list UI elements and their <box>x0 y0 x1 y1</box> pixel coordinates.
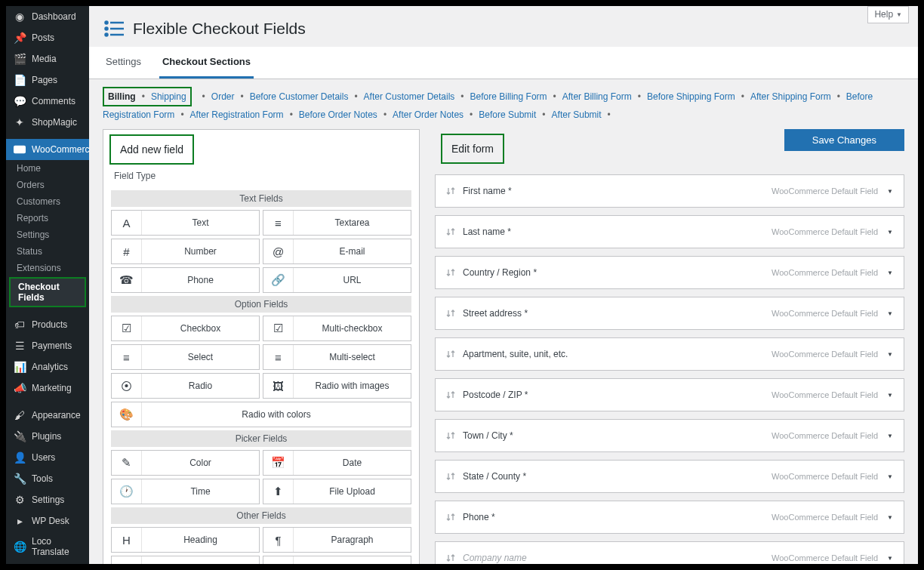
subtab-before-customer-details[interactable]: Before Customer Details <box>250 91 349 102</box>
sidebar-item-woocommerce[interactable]: WooCommerce <box>6 139 89 160</box>
subtab-after-submit[interactable]: After Submit <box>552 109 602 120</box>
expand-icon[interactable]: ▼ <box>887 229 893 236</box>
sidebar-item-wp-desk[interactable]: ▸ WP Desk <box>6 510 89 531</box>
subtab-before-submit[interactable]: Before Submit <box>479 109 536 120</box>
sidebar-sub-orders[interactable]: Orders <box>6 177 89 193</box>
field-type-multi-select[interactable]: ≡ Multi-select <box>263 344 411 370</box>
save-changes-button[interactable]: Save Changes <box>784 129 904 151</box>
sidebar-item-marketing[interactable]: 📣 Marketing <box>6 377 89 399</box>
field-type-multi-checkbox[interactable]: ☑ Multi-checkbox <box>263 316 411 341</box>
form-field-row[interactable]: Street address * WooCommerce Default Fie… <box>435 297 904 330</box>
sort-icon[interactable] <box>446 186 455 196</box>
subtab-shipping[interactable]: Shipping <box>151 91 186 102</box>
subtab-after-registration-form[interactable]: After Registration Form <box>190 109 284 120</box>
field-type-number[interactable]: # Number <box>111 239 260 264</box>
sidebar-item-settings[interactable]: ⚙ Settings <box>6 489 89 510</box>
field-tag: WooCommerce Default Field <box>772 513 878 522</box>
field-type-time[interactable]: 🕐 Time <box>111 479 260 504</box>
sidebar-item-appearance[interactable]: 🖌 Appearance <box>6 405 89 426</box>
sidebar-sub-home[interactable]: Home <box>6 160 89 177</box>
sort-icon[interactable] <box>446 553 455 563</box>
subtab-billing[interactable]: Billing <box>108 91 136 102</box>
sidebar-item-dashboard[interactable]: ◉ Dashboard <box>6 6 89 27</box>
sidebar-sub-customers[interactable]: Customers <box>6 193 89 210</box>
expand-icon[interactable]: ▼ <box>887 555 893 562</box>
sidebar-sub-extensions[interactable]: Extensions <box>6 260 89 276</box>
form-field-row[interactable]: Postcode / ZIP * WooCommerce Default Fie… <box>435 378 904 411</box>
field-type-radio-with-images[interactable]: 🖼 Radio with images <box>263 373 411 399</box>
sidebar-item-pages[interactable]: 📄 Pages <box>6 69 89 91</box>
select-icon: ≡ <box>112 345 142 369</box>
help-tab[interactable]: Help ▼ <box>867 6 909 23</box>
sidebar-sub-reports[interactable]: Reports <box>6 210 89 226</box>
form-field-row[interactable]: Country / Region * WooCommerce Default F… <box>435 256 904 289</box>
field-type-text[interactable]: A Text <box>111 210 260 236</box>
sidebar-sub-status[interactable]: Status <box>6 243 89 260</box>
expand-icon[interactable]: ▼ <box>887 270 893 276</box>
field-type-radio[interactable]: ⦿ Radio <box>111 373 260 399</box>
tab-settings[interactable]: Settings <box>103 47 144 79</box>
sort-icon[interactable] <box>446 390 455 400</box>
expand-icon[interactable]: ▼ <box>887 351 893 358</box>
sort-icon[interactable] <box>446 471 455 482</box>
expand-icon[interactable]: ▼ <box>887 514 893 521</box>
subtab-before-order-notes[interactable]: Before Order Notes <box>299 109 377 120</box>
expand-icon[interactable]: ▼ <box>887 473 893 480</box>
field-type-paragraph[interactable]: ¶ Paragraph <box>263 527 411 553</box>
sidebar-item-collapse-menu[interactable]: ◀ Collapse menu <box>6 562 89 564</box>
sidebar-sub-settings[interactable]: Settings <box>6 226 89 243</box>
field-type-e-mail[interactable]: @ E-mail <box>263 239 411 264</box>
sidebar-item-plugins[interactable]: 🔌 Plugins <box>6 426 89 447</box>
field-type-phone[interactable]: ☎ Phone <box>111 267 260 293</box>
subtab-before-shipping-form[interactable]: Before Shipping Form <box>647 91 735 102</box>
form-field-row[interactable]: Last name * WooCommerce Default Field ▼ <box>435 215 904 248</box>
field-type-textarea[interactable]: ≡ Textarea <box>263 210 411 236</box>
form-field-row[interactable]: Phone * WooCommerce Default Field ▼ <box>435 501 904 534</box>
sort-icon[interactable] <box>446 308 455 319</box>
sidebar-item-analytics[interactable]: 📊 Analytics <box>6 356 89 377</box>
sidebar-item-posts[interactable]: 📌 Posts <box>6 27 89 48</box>
sort-icon[interactable] <box>446 512 455 522</box>
subtab-after-customer-details[interactable]: After Customer Details <box>364 91 455 102</box>
form-field-row[interactable]: State / County * WooCommerce Default Fie… <box>435 460 904 493</box>
field-type-image[interactable]: 🖼 Image <box>111 556 260 564</box>
sidebar-item-products[interactable]: 🏷 Products <box>6 314 89 335</box>
field-type-file-upload[interactable]: ⬆ File Upload <box>263 479 411 504</box>
form-field-row[interactable]: Town / City * WooCommerce Default Field … <box>435 419 904 452</box>
sort-icon[interactable] <box>446 430 455 441</box>
field-type-checkbox[interactable]: ☑ Checkbox <box>111 316 260 341</box>
sort-icon[interactable] <box>446 267 455 278</box>
field-type-url[interactable]: 🔗 URL <box>263 267 411 293</box>
field-type-radio-with-colors[interactable]: 🎨 Radio with colors <box>111 402 411 427</box>
sort-icon[interactable] <box>446 226 455 237</box>
sidebar-sub-checkout-fields[interactable]: Checkout Fields <box>9 277 86 307</box>
sort-icon[interactable] <box>446 349 455 359</box>
field-tag: WooCommerce Default Field <box>772 472 878 481</box>
tab-checkout-sections[interactable]: Checkout Sections <box>159 47 254 79</box>
field-type-color[interactable]: ✎ Color <box>111 450 260 476</box>
sidebar-item-tools[interactable]: 🔧 Tools <box>6 468 89 489</box>
subtab-after-billing-form[interactable]: After Billing Form <box>562 91 632 102</box>
subtab-after-shipping-form[interactable]: After Shipping Form <box>750 91 831 102</box>
subtab-after-order-notes[interactable]: After Order Notes <box>393 109 464 120</box>
expand-icon[interactable]: ▼ <box>887 392 893 399</box>
subtab-before-billing-form[interactable]: Before Billing Form <box>470 91 547 102</box>
sidebar-label: Loco Translate <box>32 536 82 557</box>
expand-icon[interactable]: ▼ <box>887 188 893 195</box>
form-field-row[interactable]: First name * WooCommerce Default Field ▼ <box>435 174 904 208</box>
sidebar-item-media[interactable]: 🎬 Media <box>6 48 89 69</box>
subtab-order[interactable]: Order <box>211 91 235 102</box>
sidebar-item-users[interactable]: 👤 Users <box>6 447 89 468</box>
sidebar-item-payments[interactable]: ☰ Payments <box>6 335 89 356</box>
expand-icon[interactable]: ▼ <box>887 310 893 317</box>
sidebar-item-comments[interactable]: 💬 Comments <box>6 91 89 112</box>
field-type-heading[interactable]: H Heading <box>111 527 260 553</box>
field-type-html[interactable]: HTML <box>263 556 411 564</box>
expand-icon[interactable]: ▼ <box>887 433 893 439</box>
field-type-date[interactable]: 📅 Date <box>263 450 411 476</box>
form-field-row[interactable]: Apartment, suite, unit, etc. WooCommerce… <box>435 337 904 371</box>
field-type-select[interactable]: ≡ Select <box>111 344 260 370</box>
form-field-row[interactable]: Company name WooCommerce Default Field ▼ <box>435 541 904 564</box>
sidebar-item-shopmagic[interactable]: ✦ ShopMagic <box>6 112 89 133</box>
sidebar-item-loco-translate[interactable]: 🌐 Loco Translate <box>6 531 89 562</box>
